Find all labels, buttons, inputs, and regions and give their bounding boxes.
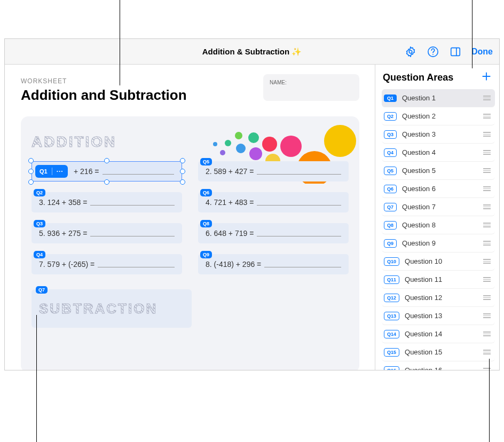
question-tag: Q4 [34,251,45,258]
question-label: Question 8 [402,221,478,229]
question-list-item[interactable]: Q1Question 1 [382,89,495,107]
svg-point-12 [236,144,246,153]
resize-handle[interactable] [28,158,34,163]
resize-handle[interactable] [180,179,185,185]
problems-grid: Q1···+ 216 =Q52. 589 + 427 =Q23. 124 + 3… [32,161,349,274]
question-list-item[interactable]: Q12Question 12 [382,289,495,307]
question-list-item[interactable]: Q9Question 9 [382,234,495,252]
resize-handle[interactable] [28,179,34,185]
question-badge: Q13 [384,312,399,320]
add-question-button[interactable] [481,71,492,84]
question-tag: Q1 [40,168,48,175]
question-list-item[interactable]: Q13Question 13 [382,307,495,325]
question-list-item[interactable]: Q14Question 14 [382,325,495,343]
sidebar-toggle-icon[interactable] [449,45,462,58]
drag-handle-icon[interactable] [483,96,493,100]
resize-handle[interactable] [104,158,109,163]
drag-handle-icon[interactable] [483,204,493,209]
callout-line [472,0,472,68]
drag-handle-icon[interactable] [483,223,493,227]
problem-area[interactable]: Q35. 936 + 275 = [32,223,182,243]
drag-handle-icon[interactable] [483,186,493,191]
question-list-item[interactable]: Q6Question 6 [382,180,495,198]
canvas-area[interactable]: WORKSHEET Addition and Subtraction NAME:… [5,65,375,370]
svg-point-11 [248,132,259,143]
question-badge: Q4 [384,148,397,157]
help-icon[interactable] [427,45,439,58]
question-badge: Q15 [384,348,399,357]
drag-handle-icon[interactable] [483,114,493,119]
question-list-item[interactable]: Q5Question 5 [382,162,495,180]
question-list-item[interactable]: Q16Question 16 [382,361,495,370]
problem-text: 2. 589 + 427 = [206,167,254,176]
resize-handle[interactable] [180,169,185,174]
drag-handle-icon[interactable] [483,241,493,246]
gear-icon[interactable] [404,45,417,58]
drag-handle-icon[interactable] [483,332,493,336]
problem-text: + 216 = [74,167,99,176]
sidebar: Question Areas Q1Question 1Q2Question 2Q… [375,65,499,370]
drag-handle-icon[interactable] [483,259,493,264]
problem-text: 4. 721 + 483 = [206,198,254,207]
question-label: Question 13 [405,312,478,320]
resize-handle[interactable] [104,179,109,185]
question-list-item[interactable]: Q11Question 11 [382,271,495,289]
question-list-item[interactable]: Q3Question 3 [382,125,495,144]
name-field: NAME: [263,74,359,101]
problem-area[interactable]: Q1···+ 216 = [32,161,182,181]
question-badge: Q8 [384,221,397,230]
selection-pill[interactable]: Q1··· [35,165,68,178]
answer-line [257,174,341,175]
question-list-item[interactable]: Q7Question 7 [382,198,495,216]
callout-line [489,359,490,442]
drag-handle-icon[interactable] [483,313,493,318]
question-badge: Q12 [384,294,399,302]
drag-handle-icon[interactable] [483,150,493,155]
question-tag: Q2 [34,189,45,196]
question-badge: Q16 [384,366,399,370]
problem-area[interactable]: Q86. 648 + 719 = [198,223,349,243]
answer-line [103,174,175,175]
answer-line [90,205,175,206]
done-button[interactable]: Done [471,47,493,57]
question-label: Question 5 [402,167,478,175]
problem-area[interactable]: Q23. 124 + 358 = [32,192,182,212]
question-list-item[interactable]: Q10Question 10 [382,252,495,271]
main: WORKSHEET Addition and Subtraction NAME:… [5,65,499,370]
drag-handle-icon[interactable] [483,350,493,354]
problem-area[interactable]: Q64. 721 + 483 = [198,192,349,212]
problem-text: 7. 579 + (-265) = [39,260,94,269]
subtraction-heading: SUBTRACTION [39,301,158,317]
question-list-item[interactable]: Q15Question 15 [382,343,495,361]
problem-text: 8. (-418) + 296 = [206,260,261,269]
question-tag: Q5 [200,158,212,165]
resize-handle[interactable] [28,169,34,174]
drag-handle-icon[interactable] [483,368,493,370]
drag-handle-icon[interactable] [483,295,493,300]
question-badge: Q5 [384,167,397,175]
more-icon[interactable]: ··· [57,168,64,175]
question-badge: Q3 [384,130,397,139]
question-list-item[interactable]: Q8Question 8 [382,216,495,234]
drag-handle-icon[interactable] [483,168,493,173]
question-label: Question 7 [402,203,478,211]
problem-area[interactable]: Q52. 589 + 427 = [198,161,349,181]
question-tag: Q9 [200,251,212,258]
problem-area[interactable]: Q47. 579 + (-265) = [32,254,182,274]
answer-line [257,236,341,236]
question-list[interactable]: Q1Question 1Q2Question 2Q3Question 3Q4Qu… [375,89,499,370]
problem-text: 5. 936 + 275 = [39,229,87,238]
resize-handle[interactable] [180,158,185,163]
drag-handle-icon[interactable] [483,277,493,282]
question-label: Question 2 [402,112,478,120]
drag-handle-icon[interactable] [483,132,493,137]
problem-area[interactable]: Q98. (-418) + 296 = [198,254,349,274]
question-badge: Q2 [384,112,397,121]
question-label: Question 1 [402,94,478,102]
toolbar: Addition & Subtraction ✨ [5,39,499,65]
svg-point-13 [235,132,242,139]
subtraction-area[interactable]: Q7 SUBTRACTION [32,289,192,328]
question-list-item[interactable]: Q4Question 4 [382,144,495,162]
question-list-item[interactable]: Q2Question 2 [382,107,495,125]
content-area: ADDITION Q1···+ 216 =Q52. 589 + 427 =Q23… [21,116,359,370]
